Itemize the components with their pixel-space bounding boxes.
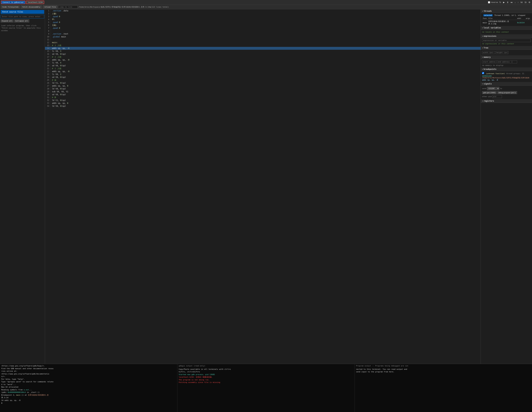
- table-row: 22 addi sp, sp, -8: [45, 70, 481, 73]
- jump-to-line-input[interactable]: [58, 5, 78, 9]
- signals-label: signals: [484, 83, 492, 85]
- list-item: d to "word"...: [1, 383, 176, 386]
- next-icon-btn[interactable]: ⏭: [510, 1, 513, 4]
- top-bar-icons: reverse ↻ ▶ ⏸ ⏭ ↓ ↑ NI SI ⚙: [488, 1, 531, 4]
- gdb-console-panel[interactable]: <https://www.gnu.org/software/gdb/bugs/>…: [0, 364, 177, 412]
- program-output-panel[interactable]: Program output -- Programs being debugge…: [355, 364, 532, 412]
- table-row: 19 li t0, 4: [45, 61, 481, 64]
- hide-filesystem-btn[interactable]: hide filesystem: [1, 5, 20, 9]
- code-line-content: [51, 38, 481, 41]
- threads-table: func file addr args main 音界兒範例/四則運算1.音界.…: [482, 17, 531, 25]
- run-icon-btn[interactable]: ▶: [503, 1, 505, 4]
- reload-file-btn[interactable]: reload file: [43, 5, 57, 9]
- registers-section-header[interactable]: ▼ registers: [481, 99, 532, 103]
- list-item: New UI allocated: [1, 386, 176, 389]
- list-item: send input to the program from here.: [356, 371, 531, 373]
- memory-num-input[interactable]: 8: [512, 60, 517, 64]
- si-btn[interactable]: SI: [524, 1, 527, 4]
- list-item: For help, type "help".: [1, 378, 176, 381]
- code-line-content: # ２ 入棧: [51, 67, 481, 70]
- breakpoints-section-header[interactable]: ▼ breakpoints: [481, 67, 532, 71]
- bp-condition-link[interactable]: condition: [482, 75, 492, 77]
- pause-icon-btn[interactable]: ⏸: [506, 1, 509, 4]
- line-number: 11: [45, 38, 51, 41]
- table-row: 18 addi sp, sp, -8: [45, 58, 481, 61]
- table-row: 27 addi sp, sp, 8: [45, 84, 481, 87]
- signals-section-header[interactable]: ▼ signals: [481, 82, 532, 86]
- expression-input[interactable]: [482, 39, 531, 42]
- file-path-input[interactable]: [1, 15, 44, 18]
- step-up-icon-btn[interactable]: ↑: [517, 1, 519, 4]
- table-row: 7 .quad 0: [45, 27, 481, 29]
- line-number: 29: [45, 90, 51, 93]
- code-line-content: 人數:: [51, 12, 481, 15]
- list-item: Breakpoint 2, main () at 音界兒範例/四則運算1.音: [1, 394, 176, 397]
- list-item: <http://www.gnu.org/software/gdb/documen…: [1, 373, 176, 375]
- memory-end-input[interactable]: [497, 60, 512, 64]
- connect-button[interactable]: Connect to gdbserver: [1, 1, 25, 4]
- expressions-chevron-icon: ▼: [482, 35, 483, 37]
- expand-collapse-bar: Expand all Collapse all: [0, 19, 45, 23]
- code-line-content: ld t1, 0(sp): [51, 82, 481, 84]
- thread-addr-link[interactable]: 0x10154: [517, 22, 524, 24]
- table-row: 12main:: [45, 41, 481, 44]
- server-addr-button[interactable]: localhost:1234: [26, 1, 44, 4]
- signals-chevron-icon: ▼: [482, 83, 483, 85]
- thread-func-cell: main: [482, 20, 488, 26]
- debug-pid-btn[interactable]: debug program (pid 1): [497, 91, 517, 94]
- code-panel[interactable]: 1.section .data2人數:3 .quad 04甲:5 .quad 0…: [45, 9, 481, 364]
- list-item: localhost:1234: 沒有此一檔案或目錄。: [179, 376, 353, 379]
- bp-checkbox[interactable]: [482, 72, 484, 74]
- tree-section-header[interactable]: ▼ Tree: [481, 46, 532, 50]
- code-line-content: li t0, 4: [51, 61, 481, 64]
- threads-section-header[interactable]: ▼ threads: [481, 9, 532, 13]
- settings-icon-btn[interactable]: ⚙: [528, 1, 531, 4]
- locals-section-body: no locals in this context: [481, 30, 532, 34]
- reverse-checkbox[interactable]: [488, 1, 490, 3]
- registers-chevron-icon: ▼: [482, 100, 483, 102]
- refresh-icon-btn[interactable]: ↻: [499, 1, 502, 4]
- ni-btn[interactable]: NI: [520, 1, 523, 4]
- fetch-source-files-btn[interactable]: Fetch source files: [1, 10, 44, 14]
- registers-section-body: [481, 103, 532, 104]
- line-number: 14: [45, 47, 51, 50]
- table-row: 28 ld t0, 0(sp): [45, 87, 481, 90]
- expressions-section-header[interactable]: ▼ expressions: [481, 34, 532, 38]
- tree-width-input[interactable]: [482, 51, 495, 54]
- line-number: 19: [45, 61, 51, 64]
- collapse-all-btn[interactable]: Collapse all: [14, 19, 29, 22]
- bp-path: /home/mros/Workspace/修真/音界兒/零號編譯器/音界兒範例: [482, 77, 531, 79]
- fetch-disassembly-btn[interactable]: fetch disassembly: [21, 5, 42, 9]
- line-number: 2: [45, 12, 51, 15]
- table-row: 29 sub t0, t0, t1: [45, 90, 481, 93]
- tree-height-input[interactable]: [495, 51, 508, 54]
- gdb-pid-btn[interactable]: gdb (pid 13685): [482, 91, 497, 94]
- col-file: file: [488, 17, 517, 20]
- threads-chevron-icon: ▼: [482, 10, 483, 12]
- other-pid-input[interactable]: [492, 95, 502, 98]
- table-row: 17 # ４ 入棧: [45, 55, 481, 58]
- locals-section-header[interactable]: ▼ local variables: [481, 26, 532, 30]
- list-item: 14 addi sp, sp, -8: [1, 399, 176, 402]
- line-number: 26: [45, 82, 51, 84]
- thread-args-cell: [525, 20, 531, 26]
- memory-section-header[interactable]: ▼ memory: [481, 55, 532, 59]
- memory-label: memory: [484, 56, 491, 58]
- list-item: The program is not being run.: [179, 379, 353, 381]
- code-line-content: addi sp, sp, -8: [51, 70, 481, 73]
- code-line-content: .global main: [51, 35, 481, 38]
- table-row: 13 # ３ 入棧: [45, 44, 481, 47]
- signals-section-body: send SIGINT SIGTERM SIGKILL to gdb (pid …: [481, 86, 532, 99]
- line-number: 22: [45, 70, 51, 73]
- reverse-checkbox-label: reverse: [488, 1, 498, 3]
- signal-to-label: to: [500, 87, 502, 90]
- signal-select[interactable]: SIGINT SIGTERM SIGKILL: [487, 87, 499, 90]
- gdbgui-header: gdbgui output (read-only): [179, 365, 353, 367]
- code-table: 1.section .data2人數:3 .quad 04甲:5 .quad 0…: [45, 9, 481, 108]
- table-row: 26 ld t1, 0(sp): [45, 82, 481, 84]
- gdbgui-output-panel[interactable]: gdbgui output (read-only) Copy/Paste ava…: [177, 364, 355, 412]
- expressions-label: expressions: [484, 35, 496, 37]
- expand-all-btn[interactable]: Expand all: [1, 19, 13, 22]
- memory-start-input[interactable]: [482, 60, 496, 64]
- step-down-icon-btn[interactable]: ↓: [514, 1, 516, 4]
